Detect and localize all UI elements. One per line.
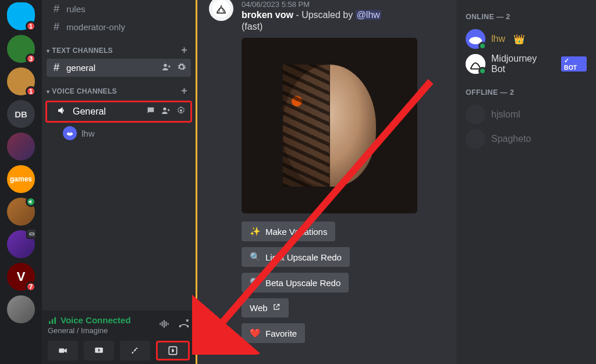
speaker-icon [56, 105, 67, 118]
voice-user-name: lhw [81, 129, 95, 138]
server-purple[interactable]: ▭ [7, 230, 35, 258]
voice-channel-general[interactable]: General [45, 101, 192, 123]
server-db[interactable]: DB [7, 100, 35, 128]
add-channel-button[interactable]: + [181, 44, 187, 56]
unread-badge: 3 [26, 53, 36, 64]
channel-moderator-only[interactable]: # moderator-only [42, 18, 196, 36]
channel-general[interactable]: # general [47, 59, 191, 77]
server-blob[interactable]: 1 [7, 2, 35, 30]
server-rail: 131DBgames▭V7 [0, 0, 42, 364]
button-emoji: ✨ [250, 226, 261, 237]
server-v[interactable]: V7 [7, 263, 35, 291]
member-name: Midjourney Bot [491, 53, 553, 74]
external-link-icon [272, 303, 281, 313]
unread-badge: 7 [26, 281, 36, 292]
member-spagheto[interactable]: Spagheto [462, 127, 590, 151]
member-name: Spagheto [491, 134, 531, 144]
chat-main: 04/06/2023 5:58 PM broken vow - Upscaled… [196, 0, 456, 364]
channel-label: moderator-only [66, 22, 125, 32]
rocket-button[interactable] [120, 341, 150, 361]
member-list: ONLINE — 2 lhw👑Midjourney Bot✓ BOT OFFLI… [456, 0, 596, 364]
button-emoji: ❤️ [250, 328, 261, 338]
offline-header: OFFLINE — 2 [466, 88, 587, 97]
voice-indicator-icon [26, 197, 36, 207]
action-web[interactable]: Web [242, 298, 289, 317]
svg-point-3 [69, 131, 71, 133]
svg-rect-4 [49, 321, 51, 324]
button-emoji: 🔍 [250, 252, 261, 262]
svg-rect-11 [168, 323, 169, 324]
member-name: lhw [491, 34, 505, 44]
gear-icon[interactable] [176, 106, 186, 117]
svg-rect-5 [52, 319, 54, 324]
hash-icon: # [51, 62, 62, 74]
hash-icon: # [51, 3, 62, 15]
gear-icon[interactable] [177, 62, 186, 73]
action-make-variations[interactable]: ✨Make Variations [242, 222, 335, 241]
channel-rules[interactable]: # rules [42, 0, 196, 18]
voice-user-lhw[interactable]: lhw [42, 124, 196, 142]
action-buttons: ✨Make Variations🔍Light Upscale Redo🔍Beta… [242, 222, 445, 343]
chat-icon[interactable] [146, 106, 155, 117]
unread-badge: 1 [26, 86, 36, 97]
message: 04/06/2023 5:58 PM broken vow - Upscaled… [209, 0, 445, 343]
avatar [63, 126, 77, 140]
button-emoji: 🔍 [250, 277, 261, 288]
online-header: ONLINE — 2 [466, 13, 587, 21]
server-last[interactable] [7, 295, 35, 323]
voice-status-panel: Voice Connected General / Imagine [42, 311, 196, 364]
member-name: hjsloml [491, 109, 520, 120]
message-content: broken vow - Upscaled by @lhw [242, 10, 445, 20]
action-beta-upscale-redo[interactable]: 🔍Beta Upscale Redo [242, 273, 349, 292]
noise-suppression-icon[interactable] [158, 318, 170, 333]
category-voice-channels[interactable]: ▾VOICE CHANNELS + [42, 77, 196, 99]
voice-channel-path[interactable]: General / Imagine [48, 326, 131, 335]
svg-point-14 [136, 349, 137, 350]
unread-badge: 1 [26, 21, 36, 31]
server-cat[interactable]: 1 [7, 67, 35, 95]
avatar [466, 129, 485, 149]
crown-icon: 👑 [513, 34, 525, 45]
channel-sidebar: # rules # moderator-only ▾TEXT CHANNELS … [42, 0, 196, 364]
svg-point-0 [164, 64, 166, 67]
svg-point-1 [163, 108, 166, 110]
member-hjsloml[interactable]: hjsloml [462, 102, 590, 127]
add-channel-button[interactable]: + [181, 85, 187, 97]
bot-tag: ✓ BOT [561, 56, 587, 72]
voice-connected-status[interactable]: Voice Connected [48, 315, 131, 325]
action-favorite[interactable]: ❤️Favorite [242, 323, 305, 343]
server-food[interactable] [7, 198, 35, 226]
action-light-upscale-redo[interactable]: 🔍Light Upscale Redo [242, 247, 350, 267]
chevron-down-icon: ▾ [47, 88, 49, 95]
message-tail: (fast) [242, 22, 445, 32]
channel-label: rules [66, 4, 86, 14]
svg-rect-9 [164, 320, 165, 327]
server-games[interactable]: games [7, 165, 35, 193]
avatar [466, 29, 485, 49]
hash-icon: # [51, 21, 62, 33]
svg-rect-12 [59, 348, 64, 353]
disconnect-icon[interactable] [178, 318, 190, 333]
avatar [466, 54, 485, 74]
invite-icon[interactable] [162, 62, 171, 73]
server-turtle[interactable]: 3 [7, 35, 35, 63]
status-dot [478, 42, 487, 50]
voice-channel-label: General [73, 106, 106, 117]
status-dot [478, 67, 487, 75]
bot-avatar[interactable] [209, 0, 233, 21]
user-mention[interactable]: @lhw [356, 10, 381, 20]
avatar [466, 105, 485, 124]
generated-image[interactable] [242, 38, 417, 213]
share-screen-button[interactable] [84, 341, 114, 361]
channel-label: general [66, 63, 95, 73]
server-abstract[interactable] [7, 133, 35, 160]
soundboard-button[interactable] [156, 341, 190, 361]
signal-icon [48, 316, 57, 325]
chevron-down-icon: ▾ [47, 48, 49, 54]
member-lhw[interactable]: lhw👑 [462, 27, 590, 51]
camera-button[interactable] [48, 341, 78, 361]
category-text-channels[interactable]: ▾TEXT CHANNELS + [42, 36, 196, 59]
member-midjourney-bot[interactable]: Midjourney Bot✓ BOT [462, 51, 590, 77]
invite-icon[interactable] [161, 106, 171, 117]
message-timestamp: 04/06/2023 5:58 PM [242, 0, 445, 9]
